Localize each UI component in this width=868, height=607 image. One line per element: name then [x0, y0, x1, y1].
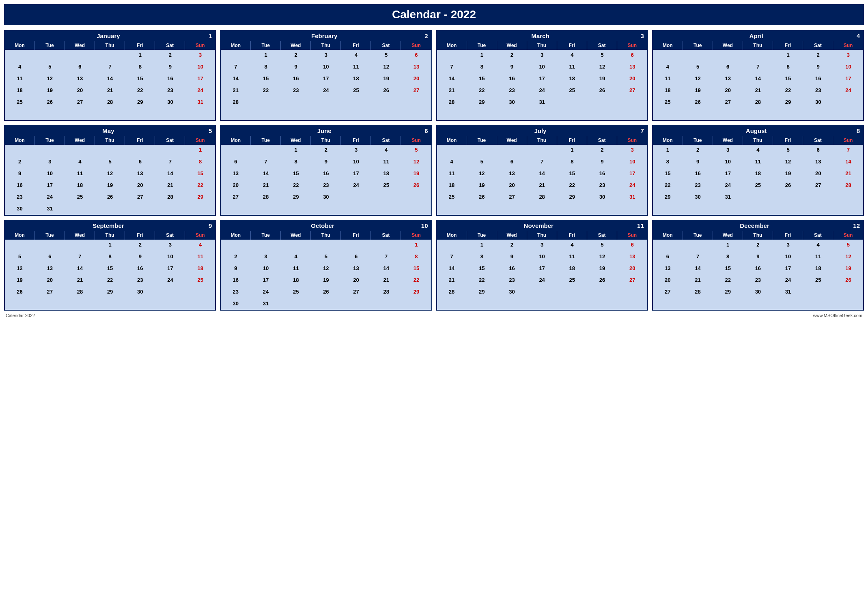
day-header-thu: Thu — [95, 136, 125, 145]
day-header-fri: Fri — [341, 136, 371, 145]
day-18: 18 — [803, 263, 833, 275]
day-empty — [527, 145, 557, 156]
day-9: 9 — [803, 62, 833, 73]
day-8: 8 — [773, 62, 803, 73]
day-5: 5 — [773, 145, 803, 156]
month-number-august: 8 — [857, 127, 860, 134]
day-15: 15 — [557, 168, 587, 180]
day-28: 28 — [251, 192, 280, 203]
day-5: 5 — [371, 50, 401, 61]
day-27: 27 — [803, 180, 833, 191]
day-24: 24 — [773, 275, 803, 286]
day-header-sat: Sat — [803, 136, 833, 145]
day-22: 22 — [281, 180, 311, 191]
day-1: 1 — [125, 50, 155, 61]
day-header-wed: Wed — [497, 231, 527, 240]
day-16: 16 — [683, 168, 713, 180]
day-empty — [773, 192, 803, 203]
day-empty — [557, 287, 587, 298]
day-3: 3 — [618, 145, 647, 156]
day-28: 28 — [527, 192, 557, 203]
day-20: 20 — [35, 275, 65, 286]
days-grid: 1234567891011121314151617181920212223242… — [653, 145, 863, 215]
day-header-sun: Sun — [185, 231, 215, 240]
day-header-sun: Sun — [401, 41, 431, 50]
day-23: 23 — [683, 180, 713, 191]
day-header-sat: Sat — [371, 231, 401, 240]
day-empty — [221, 50, 250, 61]
day-header-tue: Tue — [251, 231, 281, 240]
day-header-fri: Fri — [125, 41, 155, 50]
month-january: January1MonTueWedThuFriSatSun12345678910… — [4, 30, 216, 121]
day-empty — [834, 192, 863, 203]
day-23: 23 — [155, 85, 185, 97]
day-header-sat: Sat — [155, 231, 185, 240]
day-6: 6 — [125, 157, 155, 168]
day-empty — [281, 97, 311, 108]
day-28: 28 — [683, 287, 713, 298]
day-19: 19 — [95, 180, 125, 191]
day-6: 6 — [803, 145, 833, 156]
days-grid: 1234567891011121314151617181920212223242… — [221, 50, 431, 120]
day-header-tue: Tue — [35, 231, 65, 240]
day-15: 15 — [185, 168, 215, 180]
day-empty — [341, 97, 371, 108]
day-empty — [437, 109, 467, 120]
day-16: 16 — [221, 275, 250, 286]
day-13: 13 — [221, 168, 250, 180]
day-6: 6 — [65, 62, 95, 73]
day-26: 26 — [683, 97, 713, 108]
day-empty — [5, 50, 34, 61]
day-14: 14 — [437, 73, 467, 85]
day-header-wed: Wed — [65, 231, 95, 240]
day-2: 2 — [683, 145, 713, 156]
days-grid: 1234567891011121314151617181920212223242… — [437, 240, 647, 310]
day-header-tue: Tue — [35, 41, 65, 50]
day-19: 19 — [587, 263, 617, 275]
day-header-sun: Sun — [401, 136, 431, 145]
month-header-february: February2 — [221, 31, 431, 41]
day-header-tue: Tue — [683, 231, 713, 240]
day-17: 17 — [341, 168, 371, 180]
day-30: 30 — [683, 192, 713, 203]
day-15: 15 — [467, 73, 497, 85]
day-18: 18 — [557, 263, 587, 275]
day-header-mon: Mon — [5, 231, 35, 240]
month-april: April4MonTueWedThuFriSatSun1234567891011… — [652, 30, 864, 121]
day-8: 8 — [467, 62, 497, 73]
month-name-july: July — [440, 127, 641, 134]
day-headers-row: MonTueWedThuFriSatSun — [5, 136, 215, 145]
day-13: 13 — [497, 168, 527, 180]
day-20: 20 — [125, 180, 155, 191]
day-header-tue: Tue — [467, 231, 497, 240]
day-22: 22 — [125, 85, 155, 97]
day-3: 3 — [341, 145, 371, 156]
day-header-mon: Mon — [5, 136, 35, 145]
day-headers-row: MonTueWedThuFriSatSun — [221, 136, 431, 145]
day-headers-row: MonTueWedThuFriSatSun — [221, 41, 431, 50]
day-16: 16 — [5, 180, 34, 191]
day-header-tue: Tue — [35, 136, 65, 145]
day-9: 9 — [683, 157, 713, 168]
day-9: 9 — [311, 157, 341, 168]
day-16: 16 — [311, 168, 341, 180]
day-19: 19 — [834, 263, 863, 275]
day-empty — [125, 145, 155, 156]
day-8: 8 — [125, 62, 155, 73]
day-23: 23 — [497, 275, 527, 286]
day-30: 30 — [5, 204, 34, 215]
day-empty — [834, 287, 863, 298]
month-header-july: July7 — [437, 126, 647, 136]
day-empty — [65, 145, 95, 156]
day-11: 11 — [557, 251, 587, 263]
day-10: 10 — [185, 62, 215, 73]
day-empty — [221, 145, 250, 156]
month-number-april: 4 — [857, 32, 860, 39]
day-11: 11 — [743, 157, 773, 168]
day-empty — [155, 287, 185, 298]
month-header-november: November11 — [437, 221, 647, 231]
day-7: 7 — [95, 62, 125, 73]
day-header-thu: Thu — [527, 41, 557, 50]
day-header-tue: Tue — [683, 41, 713, 50]
day-23: 23 — [125, 275, 155, 286]
